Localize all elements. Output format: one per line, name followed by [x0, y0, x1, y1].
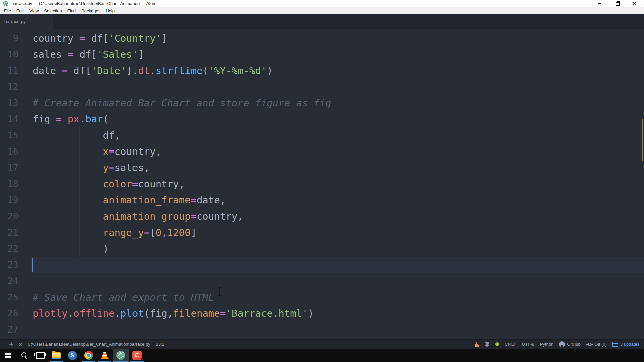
taskbar — [0, 349, 644, 362]
editor-pane[interactable]: 9country = df['Country']10sales = df['Sa… — [0, 29, 644, 339]
menu-item-find[interactable]: Find — [65, 7, 78, 14]
status-busy-signal[interactable] — [495, 342, 499, 346]
line-number: 13 — [0, 95, 18, 111]
code-line-16[interactable]: 16 x=country, — [0, 143, 644, 160]
code-line-9[interactable]: 9country = df['Country'] — [0, 30, 644, 46]
line-number: 22 — [0, 241, 18, 257]
taskbar-atom-button[interactable] — [113, 349, 129, 362]
close-file-icon[interactable] — [18, 342, 22, 346]
status-encoding[interactable]: UTF-8 — [522, 342, 534, 347]
status-grammar[interactable]: Python — [540, 342, 553, 347]
code-line-10[interactable]: 10sales = df['Sales'] — [0, 46, 644, 62]
line-number: 26 — [0, 305, 18, 321]
menu-item-edit[interactable]: Edit — [14, 7, 26, 14]
close-button[interactable] — [627, 0, 642, 7]
line-number: 15 — [0, 127, 18, 143]
atom-window: barrace.py — C:\Users\Bananatree\Desktop… — [0, 0, 644, 362]
code-line-13[interactable]: 13# Create Animated Bar Chart and store … — [0, 95, 644, 111]
status-right: CRLFUTF-8PythonGitHubGit (0)3 updates — [474, 341, 644, 347]
status-updates[interactable]: 3 updates — [612, 342, 639, 347]
status-line-ending[interactable]: CRLF — [505, 342, 516, 347]
code-line-18[interactable]: 18 color=country, — [0, 176, 644, 192]
line-number: 27 — [0, 321, 18, 338]
code-text: plotly.offline.plot(fig,filename='Barrac… — [33, 305, 314, 321]
mouse-cursor-ibeam — [217, 287, 221, 296]
code-lines: 9country = df['Country']10sales = df['Sa… — [0, 30, 644, 338]
busy-signal-icon — [495, 342, 499, 346]
cursor-position[interactable]: 23:1 — [156, 342, 164, 347]
code-line-19[interactable]: 19 animation_frame=date, — [0, 192, 644, 208]
code-line-21[interactable]: 21 range_y=[0,1200] — [0, 225, 644, 241]
restore-icon — [616, 2, 620, 6]
code-text: date = df['Date'].dt.strftime('%Y-%m-%d'… — [33, 63, 273, 79]
add-file-icon[interactable] — [9, 342, 13, 346]
code-line-14[interactable]: 14fig = px.bar( — [0, 111, 644, 127]
line-number: 24 — [0, 273, 18, 289]
taskbar-explorer-button[interactable] — [48, 349, 64, 362]
status-package-grey[interactable] — [485, 342, 490, 347]
line-number: 23 — [0, 257, 18, 273]
scrollbar-marker[interactable] — [642, 119, 643, 161]
package-orange-icon — [474, 342, 479, 347]
code-text: sales = df['Sales'] — [33, 46, 144, 62]
code-text: ) — [33, 241, 109, 257]
chrome-icon — [84, 351, 93, 360]
line-number: 20 — [0, 208, 18, 224]
code-text: range_y=[0,1200] — [33, 225, 197, 241]
menu-item-packages[interactable]: Packages — [78, 7, 103, 14]
code-text: color=country, — [33, 176, 185, 192]
code-line-23[interactable]: 23 — [0, 257, 644, 273]
menu-item-file[interactable]: File — [1, 7, 14, 14]
code-line-15[interactable]: 15 df, — [0, 127, 644, 143]
tab-label: barrace.py — [4, 14, 26, 29]
menu-item-help[interactable]: Help — [103, 7, 117, 14]
taskbar-vlc-button[interactable] — [97, 349, 113, 362]
line-number: 21 — [0, 225, 18, 241]
status-git[interactable]: Git (0) — [586, 342, 607, 347]
code-text: animation_group=country, — [33, 208, 244, 224]
code-line-11[interactable]: 11date = df['Date'].dt.strftime('%Y-%m-%… — [0, 63, 644, 79]
tab-barrace-py[interactable]: barrace.py — [0, 14, 53, 29]
status-github[interactable]: GitHub — [559, 341, 580, 347]
code-line-25[interactable]: 25# Save Chart and export to HTML — [0, 289, 644, 305]
minimize-button[interactable] — [592, 0, 607, 7]
taskbar-chrome-button[interactable] — [80, 349, 97, 362]
code-line-27[interactable]: 27 — [0, 321, 644, 338]
close-icon — [632, 2, 636, 6]
status-grammar-label: Python — [540, 342, 553, 347]
code-text: fig = px.bar( — [33, 111, 109, 127]
code-line-24[interactable]: 24 — [0, 273, 644, 289]
menu-item-selection[interactable]: Selection — [41, 7, 64, 14]
code-line-17[interactable]: 17 y=sales, — [0, 160, 644, 176]
taskbar-search-button[interactable] — [16, 349, 32, 362]
code-line-26[interactable]: 26plotly.offline.plot(fig,filename='Barr… — [0, 305, 644, 321]
taskbar-camtasia-button[interactable] — [129, 349, 145, 362]
text-cursor — [32, 258, 33, 272]
menu-item-view[interactable]: View — [26, 7, 41, 14]
code-text: animation_frame=date, — [33, 192, 226, 208]
taskbar-start-button[interactable] — [0, 349, 16, 362]
code-text: # Save Chart and export to HTML — [33, 289, 214, 305]
restore-button[interactable] — [610, 0, 626, 7]
line-number: 18 — [0, 176, 18, 192]
updates-icon — [612, 342, 618, 347]
taskbar-skype-button[interactable] — [64, 349, 80, 362]
explorer-icon — [52, 352, 61, 359]
code-text: country = df['Country'] — [33, 30, 167, 46]
skype-icon — [68, 351, 77, 360]
status-git-label: Git (0) — [595, 342, 607, 347]
taskbar-taskview-button[interactable] — [32, 349, 48, 362]
start-icon — [5, 353, 11, 358]
line-number: 25 — [0, 289, 18, 305]
atom-logo-icon — [3, 1, 8, 6]
line-number: 12 — [0, 79, 18, 95]
status-bar: C:\Users\Bananatree\Desktop\Bar_Chart_An… — [0, 339, 644, 349]
status-package-orange[interactable] — [474, 342, 479, 347]
ibeam-stem — [219, 288, 220, 295]
code-line-20[interactable]: 20 animation_group=country, — [0, 208, 644, 224]
menu-bar: FileEditViewSelectionFindPackagesHelp — [0, 7, 644, 14]
line-number: 14 — [0, 111, 18, 127]
code-line-12[interactable]: 12 — [0, 79, 644, 95]
code-line-22[interactable]: 22 ) — [0, 241, 644, 257]
minimize-icon — [598, 3, 601, 4]
